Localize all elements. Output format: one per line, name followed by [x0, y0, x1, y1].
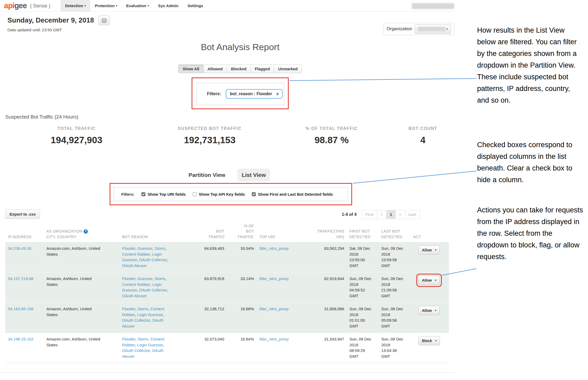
chevron-down-icon: ▾ [435, 309, 436, 312]
pct-bot-traffic-cell: 33.14% [227, 272, 257, 302]
top-uri-link[interactable]: /bbc_nitro_proxy [259, 337, 289, 341]
bot-reason-link[interactable]: OAuth Collector [139, 257, 167, 262]
traffic-this-uri-cell: 31,606,996 [306, 302, 347, 333]
ip-link[interactable]: 34.239.45.28 [8, 246, 31, 251]
table-row: 54.163.85.156 Amazon, Ashburn, United St… [5, 302, 449, 333]
col-header-pct-bot-traffic: % OF BOT TRAFFIC [227, 222, 257, 242]
last-bot-detected-cell: Sun, 09 Dec 2018 23:59:58 GMT [381, 246, 405, 269]
bot-reason-link[interactable]: Storm [137, 307, 148, 311]
table-row: 54.157.219.68 Amazon, Ashburn, United St… [5, 272, 449, 302]
nav-item-sys-admin[interactable]: Sys Admin [154, 0, 183, 11]
bot-reason-link[interactable]: Login Guessor [137, 343, 163, 347]
chevron-down-icon: ▾ [435, 339, 436, 342]
col-header-first-bot: FIRST BOT DETECTED [347, 222, 379, 242]
organization-label: Organization [387, 26, 412, 32]
date-block: Sunday, December 9, 2018 Data updated un… [7, 15, 110, 32]
export-csv-button[interactable]: Export to .csv [5, 209, 40, 219]
nav-item-protection[interactable]: Protection▾ [90, 0, 122, 11]
checkbox-label: Show First and Last Bot Detected fields [258, 192, 333, 196]
bot-reason-link[interactable]: Storm [155, 276, 165, 281]
col-header-bot-reason: BOT REASON [119, 222, 187, 242]
as-org-cell: Amazon, Ashburn, United States [46, 276, 103, 287]
chevron-down-icon: ▾ [148, 4, 149, 7]
pagination-prev-button[interactable]: < [377, 210, 386, 219]
bot-reason-cell: Flooder, Storm, Content Robber, Login Gu… [122, 336, 172, 359]
checkbox-show-top-api-key[interactable]: Show Top API Key fields [193, 192, 245, 196]
stat-label: TOTAL TRAFFIC [5, 126, 148, 131]
top-uri-link[interactable]: /bbc_nitro_proxy [259, 276, 289, 281]
annotation-filter-note: How results in the List View below are f… [477, 24, 583, 106]
logo-gee: gee [14, 1, 27, 10]
first-bot-detected-cell: Sat, 08 Dec 2018 23:55:00 GMT [349, 246, 373, 269]
ip-link[interactable]: 54.157.219.68 [8, 276, 33, 281]
action-dropdown[interactable]: Allow▾ [418, 246, 440, 255]
bot-reason-link[interactable]: Guessor [137, 246, 152, 251]
bot-reason-cell: Flooder, Guessor, Storm, Content Robber,… [122, 276, 172, 299]
remove-filter-icon[interactable]: x [276, 92, 279, 96]
bot-reason-link[interactable]: OAuth Collector [122, 318, 150, 322]
bot-reason-link[interactable]: OAuth Collector [122, 348, 150, 353]
bot-reason-link[interactable]: Flooder [122, 337, 135, 341]
pagination-first-button[interactable]: First [362, 210, 377, 219]
col-header-act: ACT [410, 222, 449, 242]
nav-item-settings[interactable]: Settings [183, 0, 207, 11]
pagination-last-button[interactable]: Last [405, 210, 420, 219]
last-bot-detected-cell: Sun, 09 Dec 2018 05:09:58 GMT [381, 306, 405, 329]
chevron-down-icon: ▾ [435, 248, 436, 251]
action-dropdown[interactable]: Allow▾ [418, 276, 440, 285]
logo-api: api [4, 1, 14, 10]
ip-link[interactable]: 34.196.25.162 [8, 337, 33, 341]
calendar-button[interactable] [98, 15, 110, 25]
col-header-top-uri: TOP URI [257, 222, 306, 242]
checkbox-show-top-uri[interactable]: Show Top URI fields [141, 192, 186, 196]
bot-reason-link[interactable]: OAuth Abuser [122, 263, 147, 268]
bot-reason-link[interactable]: Flooder [122, 246, 135, 251]
help-icon[interactable]: ? [84, 229, 88, 234]
action-dropdown[interactable]: Allow▾ [418, 306, 440, 315]
tab-unmarked[interactable]: Unmarked [274, 64, 302, 73]
annotation-redbox-filter: Filters: bot_reason : Flooder x [192, 77, 289, 109]
annotation-columns-note: Checked boxes correspond to displayed co… [477, 139, 583, 186]
annotation-actions-note: Actions you can take for requests from t… [477, 204, 583, 263]
top-uri-link[interactable]: /bbc_nitro_proxy [259, 246, 289, 251]
bot-traffic-cell: 32,138,712 [187, 302, 227, 333]
tab-partition-view[interactable]: Partition View [184, 169, 229, 181]
calendar-icon [102, 18, 106, 23]
col-header-traffic-this-uri: TRAFFIC(THIS URI) [306, 222, 347, 242]
first-bot-detected-cell: Sun, 09 Dec 2018 04:59:52 GMT [349, 276, 373, 299]
bot-reason-link[interactable]: OAuth Collector [139, 288, 167, 292]
checkbox[interactable] [193, 192, 197, 196]
last-bot-detected-cell: Sun, 09 Dec 2018 13:04:38 GMT [381, 336, 405, 359]
action-dropdown[interactable]: Block▾ [418, 336, 440, 345]
tab-allowed[interactable]: Allowed [204, 64, 227, 73]
tab-flagged[interactable]: Flagged [251, 64, 274, 73]
ip-link[interactable]: 54.163.85.156 [8, 307, 33, 311]
tab-show-all[interactable]: Show All [178, 64, 204, 73]
tab-list-view[interactable]: List View [237, 169, 270, 181]
pct-bot-traffic-cell: 16.64% [227, 333, 257, 363]
bot-reason-link[interactable]: Guessor [137, 276, 152, 281]
col-header-last-bot: LAST BOT DETECTED [379, 222, 410, 242]
bot-reason-link[interactable]: Content Robber [122, 282, 150, 287]
checkbox[interactable] [141, 192, 145, 196]
bot-reason-link[interactable]: Flooder [122, 276, 135, 281]
top-uri-link[interactable]: /bbc_nitro_proxy [259, 307, 289, 311]
bot-reason-link[interactable]: Flooder [122, 307, 135, 311]
bot-reason-link[interactable]: Storm [155, 246, 165, 251]
annotation-redbox-columns: Filters: Show Top URI fields Show Top AP… [110, 183, 352, 205]
nav-item-detection[interactable]: Detection▾ [60, 0, 90, 11]
pct-bot-traffic-cell: 16.68% [227, 302, 257, 333]
bot-reason-link[interactable]: Storm [137, 337, 148, 341]
bot-reason-link[interactable]: Login Guessor [137, 312, 163, 317]
stat-total-traffic: TOTAL TRAFFIC 194,927,903 [5, 126, 148, 145]
first-bot-detected-cell: Sun, 09 Dec 2018 08:59:29 GMT [349, 336, 373, 359]
tab-blocked[interactable]: Blocked [227, 64, 251, 73]
checkbox[interactable] [252, 192, 256, 196]
nav-item-evaluation[interactable]: Evaluation▾ [122, 0, 154, 11]
checkbox-show-first-last-bot[interactable]: Show First and Last Bot Detected fields [252, 192, 333, 196]
bot-reason-link[interactable]: Content Robber [122, 252, 150, 256]
bot-reason-link[interactable]: OAuth Abuser [122, 294, 147, 298]
pagination-next-button[interactable]: > [395, 210, 405, 219]
pagination-page-1[interactable]: 1 [386, 210, 396, 219]
organization-select[interactable]: ▾ [415, 24, 451, 34]
